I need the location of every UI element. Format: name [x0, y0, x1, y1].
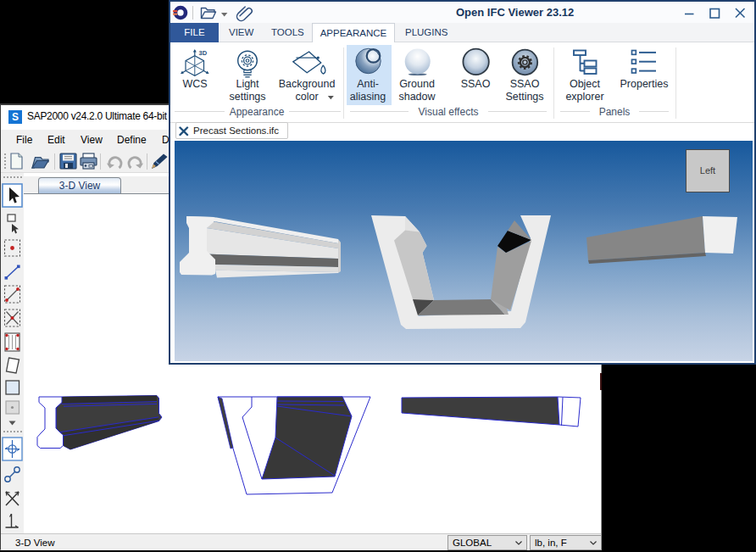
svg-text:3D: 3D — [199, 49, 208, 57]
